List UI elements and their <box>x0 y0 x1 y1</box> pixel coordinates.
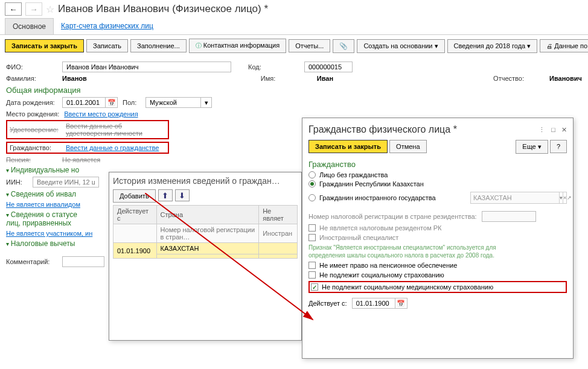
fio-input[interactable] <box>62 62 231 72</box>
contact-info-button[interactable]: ⓘКонтактная информация <box>189 39 286 53</box>
tab-card-accounts[interactable]: Карт-счета физических лиц <box>54 18 161 34</box>
sex-select[interactable]: ▾ <box>145 97 212 108</box>
reports-button[interactable]: Отчеты... <box>289 39 330 52</box>
cell-country: КАЗАХСТАН <box>156 243 259 254</box>
from-label: Действует с: <box>308 300 347 307</box>
table-row[interactable]: 01.01.1900 КАЗАХСТАН <box>113 243 298 254</box>
arrow-left-icon: ← <box>9 5 17 14</box>
forward-button[interactable]: → <box>25 2 42 16</box>
radio-kz-label: Гражданин Республики Казахстан <box>319 180 424 188</box>
move-down-button[interactable]: ⬇ <box>175 189 190 201</box>
star-icon[interactable]: ☆ <box>46 4 54 15</box>
from-date-input[interactable] <box>353 298 395 308</box>
col-from[interactable]: Действует с <box>113 206 157 224</box>
radio-foreign-label: Гражданин иностранного государства <box>319 194 436 201</box>
add-button[interactable]: Добавить <box>113 189 156 203</box>
chk-foreign-spec-label: Иностранный специалист <box>319 234 398 241</box>
chk-pension[interactable] <box>308 262 316 269</box>
birthdate-picker[interactable]: 📅 <box>62 97 118 108</box>
calendar-icon[interactable]: 📅 <box>395 298 407 308</box>
save-button[interactable]: Записать <box>86 39 128 52</box>
more-button[interactable]: Еще ▾ <box>516 140 548 154</box>
code-input[interactable] <box>304 62 353 72</box>
chevron-down-icon[interactable]: ▾ <box>200 98 211 107</box>
taxnum-label: Номер налоговой регистрации в стране рез… <box>308 213 477 220</box>
sex-label: Пол: <box>123 99 141 106</box>
maximize-icon[interactable]: □ <box>551 126 555 134</box>
create-from-button[interactable]: Создать на основании ▾ <box>357 39 444 53</box>
fill-button[interactable]: Заполнение... <box>130 39 187 52</box>
citizenship-link[interactable]: Ввести данные о гражданстве <box>66 144 159 151</box>
iin-label: ИИН: <box>6 178 28 186</box>
history-table: Действует с Страна Не являет Номер налог… <box>113 205 298 259</box>
radio-kz[interactable] <box>308 180 316 188</box>
citizenship-title: Гражданство физического лица * <box>308 124 457 135</box>
chevron-down-icon: ▾ <box>435 42 438 49</box>
citizenship-section: Гражданство <box>308 160 567 169</box>
comment-label: Комментарий: <box>6 258 57 265</box>
sub-taxnum: Номер налоговой регистрации в стран… <box>156 224 259 243</box>
fam-value: Иванов <box>62 75 87 82</box>
modal-cancel-button[interactable]: Отмена <box>389 140 426 153</box>
info-icon: ⓘ <box>196 42 202 49</box>
chk-notresident <box>308 224 316 232</box>
help-button[interactable]: ? <box>550 140 567 153</box>
col-country[interactable]: Страна <box>156 206 259 224</box>
pension-link[interactable]: Не является <box>62 156 100 163</box>
chk-social-ins[interactable] <box>308 271 316 279</box>
citizenship-label: Гражданство: <box>10 144 61 151</box>
arrow-right-icon: → <box>30 5 37 14</box>
birthplace-link[interactable]: Ввести место рождения <box>64 110 138 118</box>
move-up-button[interactable]: ⬆ <box>158 189 173 201</box>
radio-foreign[interactable] <box>308 194 316 201</box>
chk-notresident-label: Не является налоговым резидентом РК <box>319 224 442 232</box>
back-button[interactable]: ← <box>5 2 22 16</box>
country-input[interactable] <box>471 192 559 203</box>
hint-text: Признак "Является иностранным специалист… <box>308 244 567 259</box>
tab-main[interactable]: Основное <box>5 18 54 34</box>
fio-label: ФИО: <box>6 63 57 71</box>
calendar-icon[interactable]: 📅 <box>105 98 117 107</box>
chk-pension-label: Не имеет право на пенсионное обеспечение <box>319 262 457 269</box>
chk-foreign-spec <box>308 234 316 241</box>
legacy-button[interactable]: Сведения до 2018 года ▾ <box>447 39 538 53</box>
page-title: Иванов Иван Иванович (Физическое лицо) * <box>58 3 268 15</box>
iin-input[interactable] <box>33 177 99 188</box>
menu-icon[interactable]: ⋮ <box>538 126 545 134</box>
radio-stateless[interactable] <box>308 171 316 178</box>
cell-date: 01.01.1900 <box>113 243 157 259</box>
taxnum-input[interactable] <box>482 211 536 222</box>
citizenship-modal: Гражданство физического лица * ⋮ □ ✕ Зап… <box>302 118 574 359</box>
pension-label: Пенсия: <box>6 156 57 163</box>
birth-label: Дата рождения: <box>6 99 57 106</box>
save-close-button[interactable]: Записать и закрыть <box>5 39 84 52</box>
sex-input[interactable] <box>146 98 200 107</box>
chk-med-ins[interactable]: ✓ <box>311 283 318 291</box>
close-icon[interactable]: ✕ <box>561 126 567 134</box>
code-label: Код: <box>248 63 299 71</box>
radio-stateless-label: Лицо без гражданства <box>319 171 388 178</box>
cert-link[interactable]: Ввести данные об удостоверении личности <box>66 122 165 137</box>
status-link[interactable]: Не является участником, ин <box>6 230 92 237</box>
comment-input[interactable] <box>62 256 104 267</box>
birthdate-input[interactable] <box>63 98 105 107</box>
chevron-down-icon: ▾ <box>527 42 531 49</box>
person-data-button[interactable]: 🖨Данные по физическому лицу <box>540 39 588 52</box>
mid-value: Иванович <box>549 75 582 82</box>
attach-button[interactable]: 📎 <box>333 39 354 53</box>
open-icon[interactable]: ↗ <box>566 192 572 203</box>
col-notres[interactable]: Не являет <box>259 206 298 224</box>
chk-med-ins-label: Не подлежит социальному медицинскому стр… <box>322 283 493 291</box>
modal-save-close-button[interactable]: Записать и закрыть <box>308 140 388 153</box>
birthplace-label: Место рождения: <box>6 110 59 118</box>
disability-link[interactable]: Не является инвалидом <box>6 201 80 208</box>
cert-label: Удостоверение: <box>10 126 61 133</box>
sub-foreign: Иностран <box>259 224 298 243</box>
history-title: История изменения сведений о граждан… <box>113 176 298 186</box>
paperclip-icon: 📎 <box>339 42 348 49</box>
history-modal: История изменения сведений о граждан… До… <box>109 172 302 341</box>
from-date-picker[interactable]: 📅 <box>352 298 407 309</box>
country-select[interactable]: ▾ × ↗ <box>470 192 567 204</box>
name-label: Имя: <box>261 75 312 82</box>
chevron-down-icon: ▾ <box>538 143 542 150</box>
